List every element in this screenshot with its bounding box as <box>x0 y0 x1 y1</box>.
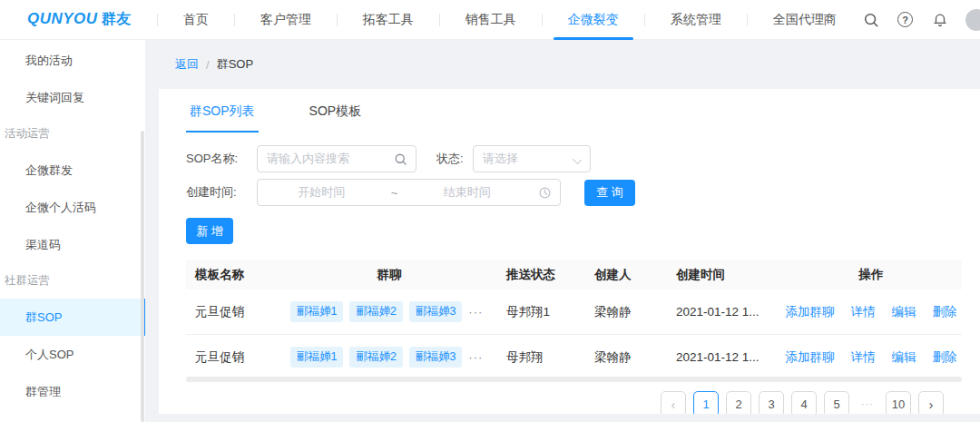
cell-created-time: 2021-01-12 1... <box>667 350 780 364</box>
detail-link[interactable]: 详情 <box>851 349 876 366</box>
pagination-ellipsis[interactable]: ··· <box>857 398 878 409</box>
sidebar-item-wecom-mass-send[interactable]: 企微群发 <box>0 152 145 189</box>
header-push-status: 推送状态 <box>497 267 585 283</box>
table-row: 元旦促销 郦福婵1 郦福婵2 郦福婵3 ··· 母邦翔1 梁翰静 2021-01… <box>186 290 962 335</box>
cell-actions: 添加群聊 详情 编辑 删除 <box>780 349 962 366</box>
created-time-range-input[interactable]: 开始时间 ~ 结束时间 <box>257 179 561 206</box>
nav-item-system-mgmt[interactable]: 系统管理 <box>645 0 747 39</box>
cell-group-chats: 郦福婵1 郦福婵2 郦福婵3 ··· <box>281 347 497 368</box>
nav-item-home[interactable]: 首页 <box>158 0 234 39</box>
sop-table: 模板名称 群聊 推送状态 创建人 创建时间 操作 元旦促销 郦福婵1 郦福婵2 … <box>186 260 962 375</box>
sop-name-input[interactable]: 请输入内容搜索 <box>257 145 416 172</box>
created-time-label: 创建时间: <box>186 184 257 201</box>
cell-template-name: 元旦促销 <box>186 304 281 320</box>
brand-logo-cn: 群友 <box>102 10 132 29</box>
tab-bar: 群SOP列表 SOP模板 <box>159 89 980 132</box>
group-chat-tag[interactable]: 郦福婵1 <box>290 301 343 322</box>
pagination-page-1[interactable]: 1 <box>693 391 719 414</box>
detail-link[interactable]: 详情 <box>851 304 876 320</box>
content-card: 群SOP列表 SOP模板 SOP名称: 请输入内容搜索 状态: <box>159 89 980 414</box>
edit-link[interactable]: 编辑 <box>892 349 916 366</box>
cell-group-chats: 郦福婵1 郦福婵2 郦福婵3 ··· <box>281 301 497 322</box>
breadcrumb-back-link[interactable]: 返回 <box>175 56 199 73</box>
pagination-page-4[interactable]: 4 <box>791 391 817 414</box>
filter-row-1: SOP名称: 请输入内容搜索 状态: 请选择 <box>186 145 953 172</box>
help-glyph: ? <box>902 15 908 25</box>
sidebar-item-group-calendar[interactable]: 群日历 <box>0 410 145 422</box>
brand-logo-latin: QUNYOU <box>27 10 98 28</box>
range-separator: ~ <box>386 186 404 200</box>
cell-actions: 添加群聊 详情 编辑 删除 <box>780 304 962 320</box>
notification-bell-icon[interactable] <box>931 11 949 29</box>
add-group-chat-link[interactable]: 添加群聊 <box>786 349 835 366</box>
cell-creator: 梁翰静 <box>585 349 667 366</box>
search-icon[interactable] <box>862 11 880 29</box>
add-button[interactable]: 新 增 <box>186 218 233 244</box>
pagination-page-3[interactable]: 3 <box>759 391 784 414</box>
group-chat-tag[interactable]: 郦福婵2 <box>349 301 402 322</box>
pagination-page-10[interactable]: 10 <box>886 391 911 414</box>
group-chat-tag[interactable]: 郦福婵1 <box>290 347 343 368</box>
group-chat-tag[interactable]: 郦福婵2 <box>349 347 402 368</box>
sidebar: 我的活动 关键词回复 活动运营 企微群发 企微个人活码 渠道码 社群运营 群SO… <box>0 40 145 422</box>
user-avatar[interactable] <box>965 9 980 31</box>
pagination: ‹ 1 2 3 4 5 ··· 10 › <box>159 382 980 414</box>
start-time-placeholder: 开始时间 <box>258 184 386 201</box>
breadcrumb: 返回 / 群SOP <box>159 40 980 89</box>
sop-name-label: SOP名称: <box>186 151 257 167</box>
add-group-chat-link[interactable]: 添加群聊 <box>786 304 835 320</box>
sidebar-item-channel-code[interactable]: 渠道码 <box>0 226 145 263</box>
tab-group-sop-list[interactable]: 群SOP列表 <box>186 89 259 132</box>
nav-item-wecom-fission[interactable]: 企微裂变 <box>543 0 644 39</box>
sidebar-item-personal-sop[interactable]: 个人SOP <box>0 336 145 373</box>
sidebar-item-wecom-personal-qr[interactable]: 企微个人活码 <box>0 189 145 226</box>
filter-row-2: 创建时间: 开始时间 ~ 结束时间 查 询 <box>186 179 953 206</box>
nav-item-sales-tools[interactable]: 销售工具 <box>440 0 542 39</box>
end-time-placeholder: 结束时间 <box>403 184 531 201</box>
table-body: 元旦促销 郦福婵1 郦福婵2 郦福婵3 ··· 母邦翔1 梁翰静 2021-01… <box>186 290 962 375</box>
delete-link[interactable]: 删除 <box>933 304 957 320</box>
table-row: 元旦促销 郦福婵1 郦福婵2 郦福婵3 ··· 母邦翔 梁翰静 2021-01-… <box>186 335 962 375</box>
header-created-time: 创建时间 <box>667 267 780 283</box>
sidebar-item-group-mgmt[interactable]: 群管理 <box>0 373 145 410</box>
header-creator: 创建人 <box>585 267 667 283</box>
group-chat-more-ellipsis[interactable]: ··· <box>468 350 483 364</box>
sidebar-item-my-activities[interactable]: 我的活动 <box>0 42 145 79</box>
cell-template-name: 元旦促销 <box>186 349 281 366</box>
group-chat-tag[interactable]: 郦福婵3 <box>409 347 462 368</box>
main-nav: 首页 客户管理 拓客工具 销售工具 企微裂变 系统管理 全国代理商 <box>157 0 862 39</box>
cell-creator: 梁翰静 <box>585 304 667 320</box>
sop-name-placeholder: 请输入内容搜索 <box>267 151 349 167</box>
sidebar-scrollbar[interactable] <box>141 131 144 422</box>
tab-sop-template[interactable]: SOP模板 <box>306 89 366 132</box>
group-chat-more-ellipsis[interactable]: ··· <box>468 305 483 319</box>
status-placeholder: 请选择 <box>483 151 518 167</box>
sidebar-section-activity-ops: 活动运营 <box>0 116 145 152</box>
nav-item-national-agents[interactable]: 全国代理商 <box>748 0 862 39</box>
pagination-page-5[interactable]: 5 <box>824 391 849 414</box>
pagination-prev-button[interactable]: ‹ <box>661 391 686 414</box>
header-group-chat: 群聊 <box>281 267 497 283</box>
nav-item-acquisition-tools[interactable]: 拓客工具 <box>338 0 439 39</box>
status-select[interactable]: 请选择 <box>473 145 591 172</box>
clock-icon <box>538 186 552 200</box>
help-icon[interactable]: ? <box>897 11 915 29</box>
sidebar-item-keyword-reply[interactable]: 关键词回复 <box>0 79 145 116</box>
pagination-page-2[interactable]: 2 <box>726 391 751 414</box>
breadcrumb-current: 群SOP <box>217 56 253 73</box>
topbar-right-tools: ? 超级管理员 <box>862 9 980 31</box>
pagination-next-button[interactable]: › <box>918 391 944 414</box>
sidebar-item-group-sop[interactable]: 群SOP <box>0 299 145 336</box>
edit-link[interactable]: 编辑 <box>892 304 916 320</box>
brand-logo[interactable]: QUNYOU 群友 <box>27 10 132 29</box>
delete-link[interactable]: 删除 <box>933 349 957 366</box>
query-button[interactable]: 查 询 <box>584 180 635 206</box>
status-label: 状态: <box>436 151 464 167</box>
sidebar-section-community-ops: 社群运营 <box>0 263 145 299</box>
header-actions: 操作 <box>780 267 962 283</box>
cell-push-status: 母邦翔1 <box>497 304 585 320</box>
nav-item-customer-mgmt[interactable]: 客户管理 <box>235 0 337 39</box>
group-chat-tag[interactable]: 郦福婵3 <box>409 301 462 322</box>
input-search-icon[interactable] <box>394 152 407 166</box>
cell-push-status: 母邦翔 <box>497 349 585 366</box>
